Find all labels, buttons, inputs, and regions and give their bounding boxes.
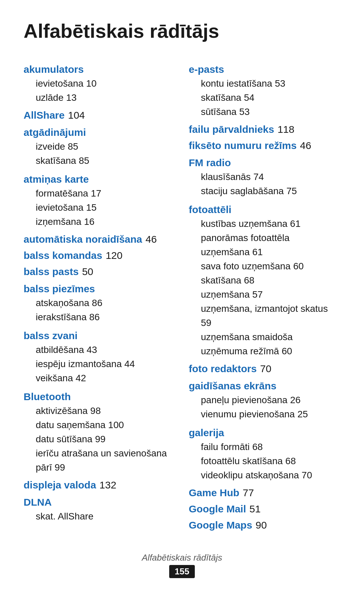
entry-heading-line: Google Mail51: [189, 503, 340, 515]
sub-entry: izņemšana 16: [24, 215, 175, 229]
sub-entry: uzņemšana, izmantojot skatus 59: [189, 302, 340, 330]
entry-heading: AllShare: [24, 110, 65, 121]
sub-entry: uzņemšana smaidoša uzņēmuma režīmā 60: [189, 330, 340, 358]
entry-heading: Bluetooth: [24, 390, 175, 403]
entry-heading: balss pasts: [24, 266, 79, 277]
sub-entry: uzlāde 13: [24, 91, 175, 105]
sub-entry: atbildēšana 43: [24, 343, 175, 357]
entry-heading: FM radio: [189, 156, 340, 169]
index-entry: Game Hub77: [189, 487, 340, 499]
sub-entry: panorāmas fotoattēla uzņemšana 61: [189, 231, 340, 259]
right-column: e-pastskontu iestatīšana 53skatīšana 54s…: [189, 58, 340, 532]
index-entry: displeja valoda132: [24, 479, 175, 491]
entry-heading: displeja valoda: [24, 479, 96, 491]
entry-heading-number: 120: [105, 250, 122, 261]
index-entry: galerijafailu formāti 68fotoattēlu skatī…: [189, 426, 340, 482]
index-entry: AllShare104: [24, 110, 175, 121]
entry-heading-number: 50: [82, 266, 93, 277]
index-entry: atmiņas karteformatēšana 17ievietošana 1…: [24, 173, 175, 229]
sub-entry: izveide 85: [24, 140, 175, 154]
index-entry: Google Maps90: [189, 519, 340, 531]
index-entry: akumulatorsievietošana 10uzlāde 13: [24, 63, 175, 105]
sub-entry: datu sūtīšana 99: [24, 432, 175, 446]
entry-heading-number: 90: [255, 519, 267, 531]
index-entry: FM radioklausīšanās 74staciju saglabāšan…: [189, 156, 340, 198]
entry-heading-number: 46: [146, 234, 157, 245]
sub-entry: formatēšana 17: [24, 186, 175, 201]
entry-heading: fiksēto numuru režīms: [189, 140, 297, 151]
index-entry: balss komandas120: [24, 250, 175, 261]
sub-entry: ierīču atrašana un savienošana pārī 99: [24, 446, 175, 475]
entry-heading-line: fiksēto numuru režīms46: [189, 140, 340, 151]
sub-entry: videoklipu atskaņošana 70: [189, 468, 340, 482]
index-entry: balss pasts50: [24, 266, 175, 277]
sub-entry: sūtīšana 53: [189, 105, 340, 119]
sub-entry: kontu iestatīšana 53: [189, 77, 340, 91]
sub-entry: datu saņemšana 100: [24, 418, 175, 432]
sub-entry: aktivizēšana 98: [24, 404, 175, 418]
sub-entry: ievietošana 15: [24, 201, 175, 215]
sub-entry: uzņemšana 57: [189, 288, 340, 302]
sub-entry: ierakstīšana 86: [24, 310, 175, 324]
index-entry: Bluetoothaktivizēšana 98datu saņemšana 1…: [24, 390, 175, 475]
entry-heading-line: automātiska noraidīšana46: [24, 234, 175, 245]
entry-heading-line: failu pārvaldnieks118: [189, 124, 340, 135]
sub-entry: sava foto uzņemšana 60: [189, 259, 340, 273]
sub-entry: atskaņošana 86: [24, 296, 175, 310]
index-entry: fiksēto numuru režīms46: [189, 140, 340, 151]
sub-entry: staciju saglabāšana 75: [189, 184, 340, 198]
footer-page: 155: [169, 565, 194, 578]
footer: Alfabētiskais rādītājs 155: [24, 553, 340, 578]
index-entry: balss piezīmesatskaņošana 86ierakstīšana…: [24, 282, 175, 324]
entry-heading: automātiska noraidīšana: [24, 234, 142, 245]
page-title: Alfabētiskais rādītājs: [24, 20, 340, 42]
entry-heading: atmiņas karte: [24, 173, 175, 186]
entry-heading-line: foto redaktors70: [189, 363, 340, 375]
footer-label: Alfabētiskais rādītājs: [24, 553, 340, 563]
sub-entry: skat. AllShare: [24, 509, 175, 524]
sub-entry: iespēju izmantošana 44: [24, 357, 175, 371]
sub-entry: skatīšana 68: [189, 273, 340, 288]
entry-heading-number: 70: [260, 363, 271, 375]
entry-heading-number: 104: [68, 110, 85, 121]
sub-entry: fotoattēlu skatīšana 68: [189, 454, 340, 468]
entry-heading: atgādinājumi: [24, 126, 175, 139]
entry-heading-number: 46: [300, 140, 311, 151]
index-columns: akumulatorsievietošana 10uzlāde 13AllSha…: [24, 58, 340, 532]
entry-heading-number: 132: [99, 479, 116, 491]
left-column: akumulatorsievietošana 10uzlāde 13AllSha…: [24, 58, 189, 525]
sub-entry: veikšana 42: [24, 371, 175, 385]
entry-heading: akumulators: [24, 63, 175, 76]
sub-entry: failu formāti 68: [189, 440, 340, 454]
entry-heading: galerija: [189, 426, 340, 439]
entry-heading: balss komandas: [24, 250, 102, 261]
index-entry: Google Mail51: [189, 503, 340, 515]
index-entry: fotoattēlikustības uzņemšana 61panorāmas…: [189, 203, 340, 358]
index-entry: DLNAskat. AllShare: [24, 496, 175, 524]
index-entry: atgādinājumiizveide 85skatīšana 85: [24, 126, 175, 168]
index-entry: balss zvaniatbildēšana 43iespēju izmanto…: [24, 329, 175, 385]
entry-heading: failu pārvaldnieks: [189, 124, 274, 135]
entry-heading-line: Game Hub77: [189, 487, 340, 499]
entry-heading-line: displeja valoda132: [24, 479, 175, 491]
entry-heading: foto redaktors: [189, 363, 257, 375]
sub-entry: skatīšana 85: [24, 154, 175, 168]
entry-heading: Google Maps: [189, 519, 252, 531]
index-entry: e-pastskontu iestatīšana 53skatīšana 54s…: [189, 63, 340, 119]
entry-heading-line: balss pasts50: [24, 266, 175, 277]
index-entry: automātiska noraidīšana46: [24, 234, 175, 245]
index-entry: gaidīšanas ekrānspaneļu pievienošana 26v…: [189, 379, 340, 421]
sub-entry: klausīšanās 74: [189, 170, 340, 184]
entry-heading-line: Google Maps90: [189, 519, 340, 531]
entry-heading-number: 118: [277, 124, 294, 135]
sub-entry: ievietošana 10: [24, 77, 175, 91]
entry-heading: e-pasts: [189, 63, 340, 76]
entry-heading: balss piezīmes: [24, 282, 175, 295]
sub-entry: skatīšana 54: [189, 91, 340, 105]
entry-heading: fotoattēli: [189, 203, 340, 216]
sub-entry: kustības uzņemšana 61: [189, 217, 340, 231]
entry-heading-number: 77: [243, 487, 254, 499]
entry-heading-number: 51: [249, 503, 261, 515]
entry-heading: Game Hub: [189, 487, 239, 499]
sub-entry: paneļu pievienošana 26: [189, 393, 340, 407]
